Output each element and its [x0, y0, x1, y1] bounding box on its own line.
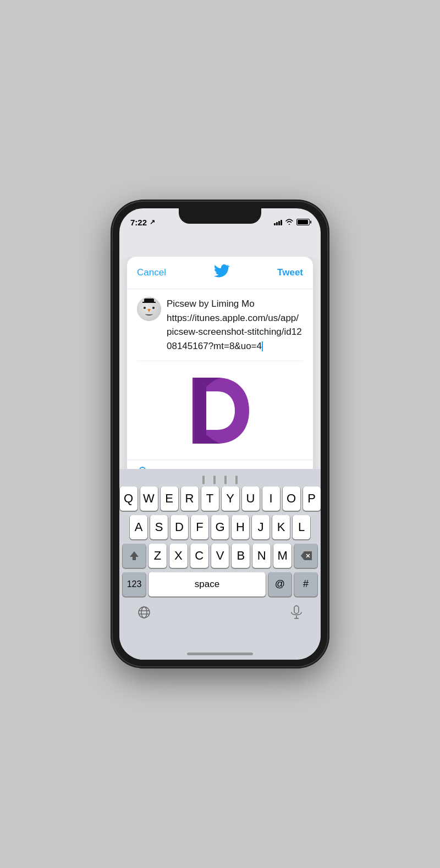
key-c[interactable]: C [190, 544, 208, 568]
svg-point-9 [141, 607, 147, 618]
user-name: Picsew by Liming Mo [167, 298, 255, 309]
keyboard-handle [202, 476, 205, 484]
tweet-text[interactable]: Picsew by Liming Mo https://itunes.apple… [167, 297, 303, 353]
main-area: Cancel Tweet [119, 257, 321, 469]
tweet-attached-image [137, 361, 303, 460]
keyboard-handle [235, 476, 238, 484]
key-u[interactable]: U [242, 486, 260, 511]
cancel-button[interactable]: Cancel [137, 267, 166, 278]
keyboard-row-4: 123 space @ # [121, 572, 319, 596]
twitter-compose-sheet: Cancel Tweet [119, 257, 321, 469]
twitter-bird-icon [214, 264, 229, 281]
tweet-button[interactable]: Tweet [277, 267, 303, 278]
avatar-image [137, 297, 161, 321]
phone-frame: 7:22 ↗ [113, 202, 327, 666]
key-b[interactable]: B [232, 544, 250, 568]
location-arrow-icon: ↗ [150, 218, 155, 226]
phone-screen: 7:22 ↗ [119, 208, 321, 660]
key-e[interactable]: E [161, 486, 178, 511]
key-j[interactable]: J [252, 515, 270, 539]
space-key[interactable]: space [148, 572, 266, 596]
twitter-sheet: Cancel Tweet [127, 257, 313, 469]
key-v[interactable]: V [211, 544, 229, 568]
tweet-content[interactable]: Picsew by Liming Mo https://itunes.apple… [167, 297, 303, 353]
key-i[interactable]: I [262, 486, 280, 511]
keyboard-row-3: Z X C V B N M [121, 544, 319, 568]
key-t[interactable]: T [201, 486, 219, 511]
screen-content: Cancel Tweet [119, 233, 321, 660]
status-time: 7:22 ↗ [130, 218, 155, 227]
status-icons [274, 218, 310, 226]
key-p[interactable]: P [303, 486, 321, 511]
key-l[interactable]: L [293, 515, 310, 539]
twitter-compose-area: Picsew by Liming Mo https://itunes.apple… [127, 289, 313, 361]
key-z[interactable]: Z [148, 544, 167, 568]
home-indicator [187, 653, 253, 655]
svg-point-4 [140, 467, 145, 469]
tweet-url: https://itunes.apple.com/us/app/picsew-s… [167, 313, 302, 351]
char-count: 237 [289, 468, 303, 469]
keyboard: Q W E R T Y U I O P A S D F G [119, 469, 321, 660]
twitter-footer: 237 [127, 460, 313, 469]
key-h[interactable]: H [232, 515, 249, 539]
key-s[interactable]: S [150, 515, 168, 539]
key-x[interactable]: X [169, 544, 188, 568]
wifi-icon [285, 218, 294, 226]
key-f[interactable]: F [191, 515, 208, 539]
microphone-icon[interactable] [290, 605, 302, 623]
globe-icon[interactable] [138, 606, 151, 622]
key-o[interactable]: O [283, 486, 300, 511]
hash-key[interactable]: # [294, 572, 317, 596]
signal-bars-icon [274, 219, 282, 225]
avatar [137, 297, 161, 321]
svg-rect-12 [294, 606, 299, 613]
key-k[interactable]: K [272, 515, 290, 539]
keyboard-row-1: Q W E R T Y U I O P [121, 486, 319, 511]
keyboard-handle [213, 476, 216, 484]
shift-key[interactable] [123, 544, 146, 568]
delete-key[interactable] [294, 544, 317, 568]
key-a[interactable]: A [130, 515, 147, 539]
key-r[interactable]: R [181, 486, 199, 511]
key-y[interactable]: Y [222, 486, 239, 511]
at-key[interactable]: @ [268, 572, 292, 596]
key-q[interactable]: Q [120, 486, 138, 511]
location-icon[interactable] [137, 466, 148, 469]
svg-point-8 [139, 607, 150, 618]
keyboard-bottom-bar [121, 601, 319, 628]
key-d[interactable]: D [170, 515, 188, 539]
notch [179, 208, 261, 224]
key-g[interactable]: G [211, 515, 229, 539]
key-n[interactable]: N [252, 544, 271, 568]
text-cursor [262, 341, 263, 351]
keyboard-handle [224, 476, 227, 484]
numbers-key[interactable]: 123 [123, 572, 146, 596]
keyboard-row-2: A S D F G H J K L [121, 515, 319, 539]
twitter-header: Cancel Tweet [127, 257, 313, 289]
key-m[interactable]: M [273, 544, 292, 568]
svg-rect-3 [194, 378, 206, 444]
picsew-logo [179, 369, 261, 452]
battery-icon [296, 219, 310, 225]
key-w[interactable]: W [140, 486, 158, 511]
